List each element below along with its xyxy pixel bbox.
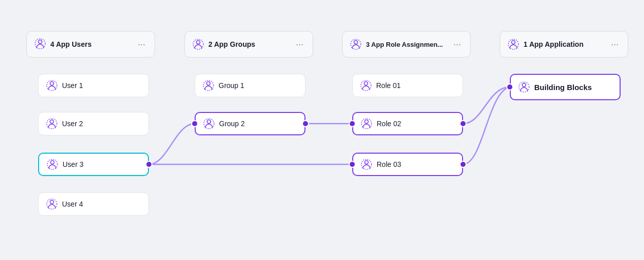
header-app-label: 1 App Application <box>524 40 584 48</box>
card-user4[interactable]: User 4 <box>38 192 149 216</box>
header-users-label: 4 App Users <box>50 40 91 48</box>
user4-label: User 4 <box>62 200 83 208</box>
header-roles-icon <box>350 38 362 50</box>
header-roles-label: 3 App Role Assignmen... <box>366 41 443 48</box>
svg-point-0 <box>39 40 42 43</box>
dot-building-left <box>506 83 513 91</box>
card-building-blocks[interactable]: Building Blocks <box>510 74 621 100</box>
building-blocks-icon <box>518 81 530 93</box>
card-user1[interactable]: User 1 <box>38 74 149 97</box>
role02-label: Role 02 <box>377 120 401 128</box>
role01-icon <box>360 79 372 92</box>
role03-icon <box>360 158 373 170</box>
svg-point-4 <box>50 120 54 124</box>
dot-role03-left <box>349 161 356 168</box>
svg-point-18 <box>364 82 368 85</box>
svg-point-8 <box>50 200 54 204</box>
building-blocks-label: Building Blocks <box>534 83 592 92</box>
header-app-icon <box>507 38 519 50</box>
user3-icon <box>46 158 58 170</box>
header-groups-label: 2 App Groups <box>208 40 255 48</box>
header-users-icon <box>34 38 46 51</box>
svg-point-22 <box>365 161 369 164</box>
user3-label: User 3 <box>63 160 83 168</box>
dot-group2-right <box>302 120 309 127</box>
header-roles-more[interactable]: ··· <box>451 39 463 50</box>
role01-label: Role 01 <box>376 81 401 90</box>
svg-point-14 <box>207 120 211 124</box>
user2-label: User 2 <box>62 120 83 128</box>
svg-point-16 <box>354 41 358 44</box>
header-app-roles[interactable]: 3 App Role Assignmen... ··· <box>342 31 471 57</box>
svg-point-6 <box>51 161 54 164</box>
card-role01[interactable]: Role 01 <box>352 74 463 97</box>
group2-label: Group 2 <box>219 120 245 128</box>
user2-icon <box>46 118 58 130</box>
card-user3[interactable]: User 3 <box>38 153 149 176</box>
user1-label: User 1 <box>62 81 83 90</box>
svg-point-26 <box>523 83 526 87</box>
card-role02[interactable]: Role 02 <box>352 112 463 135</box>
header-groups-icon <box>192 38 204 50</box>
dot-role02-right <box>459 120 467 127</box>
role03-label: Role 03 <box>377 160 401 168</box>
group2-icon <box>203 118 215 130</box>
dot-role02-left <box>349 120 356 127</box>
header-users-more[interactable]: ··· <box>136 39 147 50</box>
card-user2[interactable]: User 2 <box>38 112 149 135</box>
group1-label: Group 1 <box>219 81 244 90</box>
dot-group2-left <box>191 120 198 127</box>
user4-icon <box>46 198 58 210</box>
user1-icon <box>46 79 58 92</box>
card-group1[interactable]: Group 1 <box>195 74 305 97</box>
header-groups-more[interactable]: ··· <box>294 39 305 50</box>
canvas: 4 App Users ··· User 1 User 2 User 3 <box>0 0 644 260</box>
card-group2[interactable]: Group 2 <box>195 112 305 135</box>
dot-role03-right <box>459 161 467 168</box>
dot-user3-right <box>145 161 152 168</box>
svg-point-20 <box>365 120 369 124</box>
header-app-application[interactable]: 1 App Application ··· <box>500 31 628 57</box>
svg-point-12 <box>207 82 210 85</box>
svg-point-2 <box>50 82 54 85</box>
header-app-users[interactable]: 4 App Users ··· <box>26 31 155 57</box>
header-app-groups[interactable]: 2 App Groups ··· <box>185 31 313 57</box>
svg-point-24 <box>512 41 515 44</box>
role02-icon <box>360 118 373 130</box>
header-app-more[interactable]: ··· <box>609 39 621 50</box>
card-role03[interactable]: Role 03 <box>352 153 463 176</box>
svg-point-10 <box>197 41 200 44</box>
group1-icon <box>202 79 214 92</box>
